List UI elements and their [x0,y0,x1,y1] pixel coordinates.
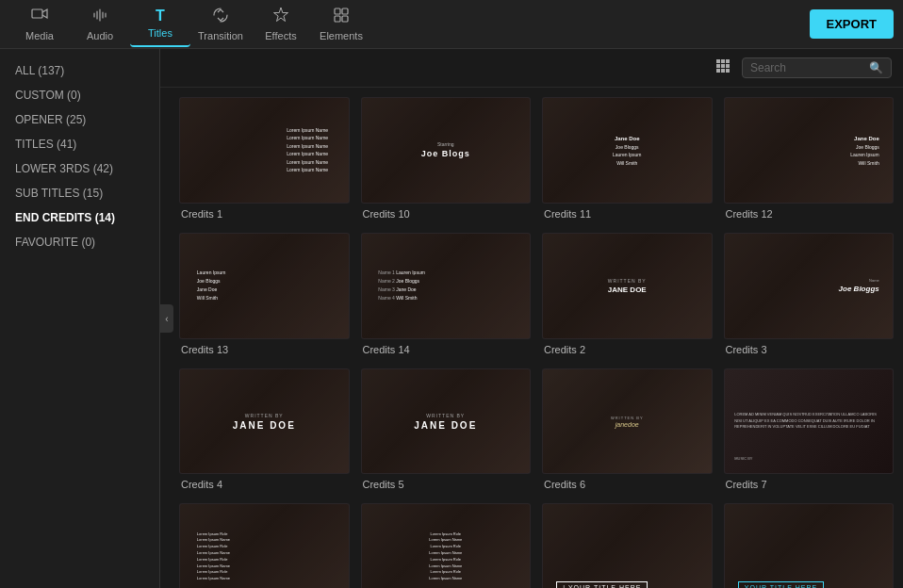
grid-item-credits-5[interactable]: WRITTEN BY JANE DOE Credits 5 [361,368,532,491]
toolbar-titles-label: Titles [148,27,172,39]
sidebar-item-endcredits[interactable]: END CREDITS (14) [0,205,159,230]
sidebar-item-subtitles[interactable]: SUB TITLES (15) [0,181,159,205]
grid-item-credits-11[interactable]: Jane Doe Joe Bloggs Lauren Ipsum Will Sm… [542,97,713,220]
thumb-lowerthirds-2: YOUR TITLE HERE [724,503,895,588]
label-credits-5: Credits 5 [361,479,532,490]
content-toolbar: 🔍 [160,49,903,88]
audio-icon [91,7,108,26]
svg-rect-12 [716,69,720,73]
grid-item-credits-7[interactable]: LOREM AD MINIM VENIAM QUIS NOSTRUD EXERC… [724,368,895,491]
thumb-credits-14: Name 1 Lauren Ipsum Name 2 Joe Bloggs Na… [361,233,532,339]
svg-rect-11 [726,64,730,68]
thumb-credits-8: Lorem Ipsum RoleLorem Ipsum NameLorem Ip… [179,503,350,588]
export-button[interactable]: EXPORT [810,9,894,39]
thumb-credits-1: Lorem Ipsum NameLorem Ipsum NameLorem Ip… [179,97,350,204]
toolbar-effects-label: Effects [265,30,296,41]
svg-rect-5 [342,16,348,22]
svg-rect-0 [32,9,42,18]
sidebar-item-all[interactable]: ALL (137) [0,58,159,83]
grid-item-credits-3[interactable]: Name Joe Bloggs Credits 3 [724,233,895,355]
grid-item-credits-12[interactable]: Jane Doe Joe Bloggs Lauren Ipsum Will Sm… [724,97,895,220]
toolbar-media[interactable]: Media [9,2,70,47]
grid-view-button[interactable] [712,57,734,79]
elements-icon [333,7,350,26]
sidebar-item-lower3rds[interactable]: LOWER 3RDS (42) [0,156,159,181]
thumb-credits-13: Lauren IpsumJoe BloggsJane DoeWill Smith [179,233,350,339]
thumb-credits-4: WRITTEN BY JANE DOE [179,368,350,475]
collapse-sidebar-button[interactable]: ‹ [160,304,173,333]
svg-rect-9 [716,64,720,68]
sidebar-item-custom[interactable]: CUSTOM (0) [0,83,159,107]
grid-item-lowerthirds-2[interactable]: YOUR TITLE HERE LowerThirds 2 [724,503,895,588]
label-credits-2: Credits 2 [542,344,713,355]
media-icon [31,7,48,26]
items-grid: Lorem Ipsum NameLorem Ipsum NameLorem Ip… [179,97,894,588]
grid-item-credits-13[interactable]: Lauren IpsumJoe BloggsJane DoeWill Smith… [179,233,350,355]
transition-icon [212,7,229,26]
toolbar-elements-label: Elements [320,30,363,41]
toolbar: Media Audio T Titles Transition [0,0,903,49]
thumb-lowerthirds-1: | YOUR TITLE HERE [542,503,713,588]
grid-item-credits-1[interactable]: Lorem Ipsum NameLorem Ipsum NameLorem Ip… [179,97,350,220]
grid-item-credits-8[interactable]: Lorem Ipsum RoleLorem Ipsum NameLorem Ip… [179,503,350,588]
toolbar-titles[interactable]: T Titles [130,2,190,47]
svg-marker-1 [274,8,288,22]
toolbar-audio[interactable]: Audio [70,2,130,47]
sidebar-item-opener[interactable]: OPENER (25) [0,107,159,132]
grid-item-lowerthirds-1[interactable]: | YOUR TITLE HERE LowerThirds 1 [542,503,713,588]
grid-item-credits-6[interactable]: WRITTEN BY janedoe Credits 6 [542,368,713,491]
svg-rect-8 [726,59,730,63]
sidebar-item-favourite[interactable]: FAVOURITE (0) [0,230,159,254]
thumb-credits-2: WRITTEN BY JANE DOE [542,233,713,339]
toolbar-media-label: Media [25,30,54,41]
thumb-credits-11: Jane Doe Joe Bloggs Lauren Ipsum Will Sm… [542,97,713,204]
grid-item-credits-4[interactable]: WRITTEN BY JANE DOE Credits 4 [179,368,350,491]
grid-item-credits-14[interactable]: Name 1 Lauren Ipsum Name 2 Joe Bloggs Na… [361,233,532,355]
label-credits-11: Credits 11 [542,208,713,220]
thumb-credits-10: Starring Joe Blogs [361,97,532,204]
svg-rect-10 [721,64,725,68]
label-credits-6: Credits 6 [542,479,713,490]
main-content: ALL (137) CUSTOM (0) OPENER (25) TITLES … [0,49,903,588]
effects-icon [272,7,289,26]
content-area: ‹ 🔍 [160,49,903,588]
thumb-credits-5: WRITTEN BY JANE DOE [361,368,532,475]
thumb-credits-7: LOREM AD MINIM VENIAM QUIS NOSTRUD EXERC… [724,368,895,475]
svg-rect-13 [721,69,725,73]
search-input[interactable] [750,61,863,74]
toolbar-effects[interactable]: Effects [251,2,311,47]
label-credits-14: Credits 14 [361,344,532,355]
label-credits-4: Credits 4 [179,479,350,490]
svg-rect-4 [335,16,340,22]
thumb-credits-6: WRITTEN BY janedoe [542,368,713,475]
thumb-credits-12: Jane Doe Joe Bloggs Lauren Ipsum Will Sm… [724,97,895,204]
grid-item-credits-9[interactable]: Lorem Ipsum RoleLorem Ipsum NameLorem Ip… [361,503,532,588]
toolbar-transition[interactable]: Transition [190,2,251,47]
label-credits-10: Credits 10 [361,208,532,220]
label-credits-7: Credits 7 [724,479,895,490]
toolbar-transition-label: Transition [198,30,243,41]
search-icon: 🔍 [869,61,883,74]
label-credits-13: Credits 13 [179,344,350,355]
svg-rect-7 [721,59,725,63]
svg-rect-2 [335,8,340,14]
sidebar-item-titles[interactable]: TITLES (41) [0,132,159,156]
grid-item-credits-2[interactable]: WRITTEN BY JANE DOE Credits 2 [542,233,713,355]
titles-icon: T [156,8,165,24]
toolbar-audio-label: Audio [87,30,113,41]
thumb-credits-3: Name Joe Bloggs [724,233,895,339]
label-credits-12: Credits 12 [724,208,895,220]
grid-item-credits-10[interactable]: Starring Joe Blogs Credits 10 [361,97,532,220]
grid-container: Lorem Ipsum NameLorem Ipsum NameLorem Ip… [160,88,903,588]
label-credits-1: Credits 1 [179,208,350,220]
thumb-credits-9: Lorem Ipsum RoleLorem Ipsum NameLorem Ip… [361,503,532,588]
label-credits-3: Credits 3 [724,344,895,355]
toolbar-elements[interactable]: Elements [311,2,371,47]
sidebar: ALL (137) CUSTOM (0) OPENER (25) TITLES … [0,49,160,588]
search-box: 🔍 [742,57,892,78]
svg-rect-14 [726,69,730,73]
svg-rect-3 [342,8,348,14]
svg-rect-6 [716,59,720,63]
